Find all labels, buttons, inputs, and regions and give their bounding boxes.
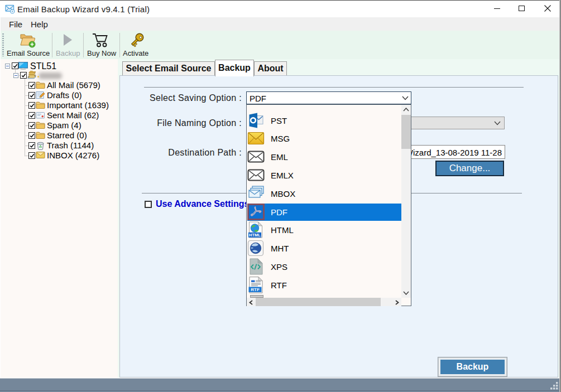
svg-text:HTML: HTML [249, 233, 261, 238]
svg-text:RTF: RTF [251, 287, 260, 292]
